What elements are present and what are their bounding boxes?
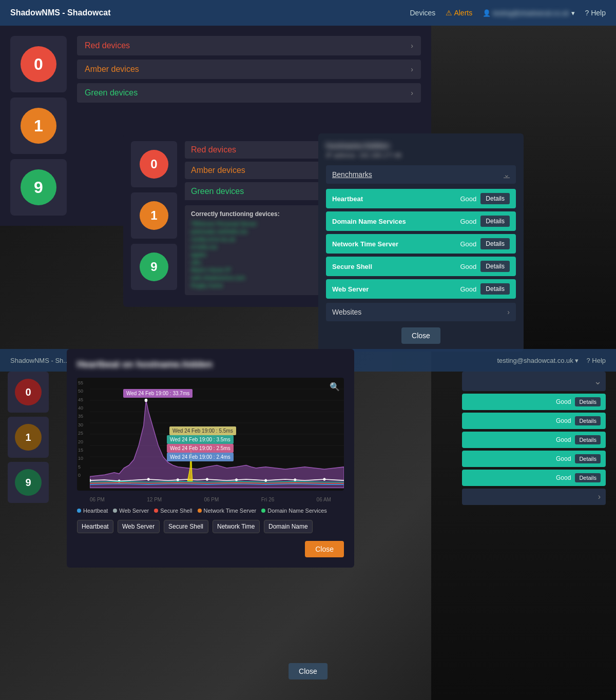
svg-marker-9 [90,400,344,488]
legend-dns: Domain Name Services [261,508,327,514]
chart-dropdowns: Heartbeat Web Server Secure Shell Networ… [77,520,344,533]
legend-secureshell: Secure Shell [154,508,192,514]
nav-devices[interactable]: Devices [410,9,435,17]
benchmark-label-0: Heartbeat [332,195,363,203]
chevron-down-icon: ⌄ [594,376,602,387]
details-button-4[interactable]: Details [480,283,510,295]
benchmark-status-0: Good [460,195,477,203]
zoom-icon[interactable]: 🔍 [330,382,340,392]
bg-status-0: Good [556,398,571,405]
nav-user[interactable]: 👤 testing@shadowcat.co.uk ▾ [483,9,574,17]
svg-point-17 [294,478,296,481]
benchmark-right-0: Good Details [460,193,510,204]
benchmark-close-button[interactable]: Close [401,327,440,344]
details-button-3[interactable]: Details [480,261,510,272]
bg-chevron-row: › [462,489,606,505]
chevron-right-icon: › [411,42,413,50]
small-red-circle: 0 [140,150,168,179]
green-circle: 9 [21,169,56,205]
nav-help[interactable]: ? Help [585,9,606,17]
second-nav-user: testing@shadowcat.co.uk ▾ [497,357,579,364]
bg-amber-card: 1 [8,417,49,458]
red-devices-item[interactable]: Red devices › [77,36,421,55]
amber-devices-item[interactable]: Amber devices › [77,60,421,79]
svg-point-14 [206,478,208,481]
chart-area: 55 50 45 40 35 30 25 20 15 10 5 0 [77,378,344,491]
status-list: Red devices › Amber devices › Green devi… [77,36,421,103]
small-red-card: 0 [131,141,177,187]
bg-details-0[interactable]: Details [575,397,601,406]
small-amber-circle: 1 [140,201,168,230]
benchmark-rows: Heartbeat Good Details Domain Name Servi… [326,189,516,299]
legend-dot-secureshell [154,509,158,513]
bg-status-1: Good [556,417,571,424]
small-amber-card: 1 [131,192,177,239]
green-devices-item[interactable]: Green devices › [77,83,421,103]
chevron-right-icon: › [598,492,601,501]
benchmark-label-2: Network Time Server [332,240,398,248]
benchmark-right-3: Good Details [460,261,510,272]
dropdown-domainname[interactable]: Domain Name [264,520,313,533]
amber-count-card: 1 [10,98,67,154]
dropdown-heartbeat[interactable]: Heartbeat [77,520,113,533]
details-button-1[interactable]: Details [480,216,510,227]
nav-alerts[interactable]: ⚠ Alerts [446,9,472,17]
heartbeat-chart-panel: Heartbeat on hostname.hidden 55 50 45 40… [67,349,354,568]
details-button-0[interactable]: Details [480,193,510,204]
websites-row[interactable]: Websites › [326,303,516,321]
device-ip: IP address: 192.168.177.96 [326,152,516,159]
green-count-card: 9 [10,159,67,216]
websites-label: Websites [332,308,361,316]
chart-title: Heartbeat on hostname.hidden [77,359,344,370]
second-brand: ShadowNMS - Sh... [10,357,69,364]
benchmark-panel: hostname.hidden IP address: 192.168.177.… [318,133,524,352]
benchmark-right-4: Good Details [460,283,510,295]
legend-dot-dns [261,509,265,513]
small-green-card: 9 [131,244,177,290]
bg-benchmark-0: Good Details [462,394,606,410]
benchmark-status-1: Good [460,218,477,225]
legend-dot-heartbeat [77,509,81,513]
device-count-cards: 0 1 9 [10,36,67,216]
benchmark-row-0: Heartbeat Good Details [326,189,516,208]
benchmark-label-1: Domain Name Services [332,218,406,225]
x-axis: 06 PM 12 PM 06 PM Fri 26 06 AM [77,496,344,503]
bg-amber-circle: 1 [15,424,42,451]
bg-status-4: Good [556,474,571,481]
benchmark-label-3: Secure Shell [332,263,372,270]
chart-hostname: hostname.hidden [136,359,213,370]
bottom-close-button[interactable]: Close [288,663,328,679]
chart-svg [77,378,344,491]
bg-details-1[interactable]: Details [575,416,601,425]
benchmarks-header[interactable]: Benchmarks ⌄ [326,165,516,184]
benchmark-row-4: Web Server Good Details [326,279,516,299]
dropdown-networktime[interactable]: Network Time [213,520,260,533]
legend-dot-webserver [113,509,117,513]
details-button-2[interactable]: Details [480,238,510,249]
benchmarks-label: Benchmarks [332,170,372,179]
bg-details-2[interactable]: Details [575,435,601,444]
amber-circle: 1 [21,108,56,144]
benchmark-row-3: Secure Shell Good Details [326,257,516,276]
benchmark-row-1: Domain Name Services Good Details [326,211,516,231]
svg-point-20 [145,399,148,402]
dropdown-secureshell[interactable]: Secure Shell [164,520,208,533]
benchmark-status-4: Good [460,285,477,293]
red-circle: 0 [21,46,56,82]
svg-point-10 [89,479,91,482]
second-nav-help: ? Help [586,357,606,364]
bg-status-2: Good [556,436,571,443]
benchmark-right-2: Good Details [460,238,510,249]
bg-status-3: Good [556,455,571,462]
chart-close-button[interactable]: Close [305,541,344,557]
benchmark-label-4: Web Server [332,285,369,293]
bg-details-4[interactable]: Details [575,473,601,482]
dropdown-webserver[interactable]: Web Server [118,520,160,533]
brand-title: ShadowNMS - Shadowcat [10,8,111,17]
device-hostname: hostname.hidden [326,141,516,150]
svg-point-12 [147,478,150,481]
bg-benchmark-3: Good Details [462,451,606,467]
bg-benchmark-col: ⌄ Good Details Good Details Good Details… [462,372,606,508]
bg-benchmark-2: Good Details [462,432,606,448]
bg-details-3[interactable]: Details [575,454,601,463]
